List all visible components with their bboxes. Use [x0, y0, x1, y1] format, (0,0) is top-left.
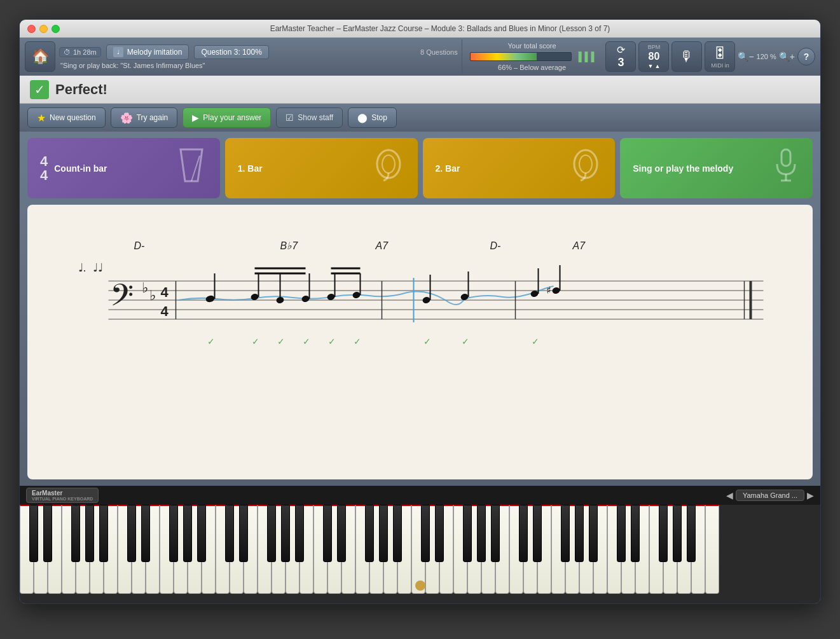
sing-card[interactable]: Sing or play the melody	[620, 138, 813, 198]
black-key-8[interactable]	[141, 505, 150, 562]
white-key-49[interactable]	[705, 505, 719, 594]
instrument-next-button[interactable]: ▶	[807, 490, 814, 500]
bpm-value: 80	[649, 51, 660, 62]
black-key-19[interactable]	[295, 505, 304, 562]
black-key-25[interactable]	[379, 505, 388, 562]
black-key-5[interactable]	[99, 505, 108, 562]
svg-text:✓: ✓	[277, 336, 285, 347]
instrument-name: Yamaha Grand ...	[736, 490, 804, 501]
midi-label: MIDI in	[711, 62, 729, 69]
midi-knob-icon: 🎛	[713, 45, 727, 62]
black-key-1[interactable]	[43, 505, 52, 562]
piano-header: EarMaster VIRTUAL PIANO KEYBOARD ◀ Yamah…	[20, 486, 820, 505]
ear-icon-1	[372, 146, 405, 191]
window-title: EarMaster Teacher – EarMaster Jazz Cours…	[67, 24, 813, 33]
zoom-out-icon[interactable]: 🔍−	[738, 52, 754, 62]
black-key-45[interactable]	[659, 505, 668, 562]
black-key-22[interactable]	[337, 505, 346, 562]
black-key-43[interactable]	[631, 505, 640, 562]
close-button[interactable]	[27, 25, 36, 33]
count-in-card[interactable]: 4 4 Count-in bar	[27, 138, 220, 198]
svg-text:♭: ♭	[149, 287, 156, 303]
score-bar-fill	[471, 53, 537, 60]
black-key-21[interactable]	[323, 505, 332, 562]
svg-point-22	[205, 294, 215, 303]
score-bar	[470, 52, 572, 61]
bar2-card[interactable]: 2. Bar	[423, 138, 616, 198]
logo-text: EarMaster	[32, 490, 62, 497]
show-staff-button[interactable]: ☑ Show staff	[276, 107, 343, 128]
bpm-down-icon[interactable]: ▼	[648, 63, 654, 69]
black-key-10[interactable]	[169, 505, 178, 562]
lesson-arrow-icon: ⟳	[617, 44, 625, 56]
bpm-up-icon[interactable]: ▲	[654, 63, 660, 69]
midi-button[interactable]: 🎛 MIDI in	[705, 41, 735, 72]
toolbar-right: ⟳ 3 BPM 80 ▼ ▲ 🎙 🎛 MIDI in	[605, 41, 815, 72]
stop-button[interactable]: ⬤ Stop	[348, 107, 397, 128]
score-bar-container: ▐▐▐	[470, 52, 595, 62]
try-again-button[interactable]: 🌸 Try again	[111, 107, 178, 128]
black-key-4[interactable]	[85, 505, 94, 562]
black-key-32[interactable]	[477, 505, 486, 562]
minimize-button[interactable]	[39, 25, 48, 33]
black-key-42[interactable]	[617, 505, 626, 562]
black-key-11[interactable]	[183, 505, 192, 562]
black-key-38[interactable]	[561, 505, 570, 562]
help-icon: ?	[804, 52, 809, 62]
fullscreen-button[interactable]	[52, 25, 60, 33]
black-key-33[interactable]	[491, 505, 500, 562]
black-key-0[interactable]	[29, 505, 38, 562]
title-bar: EarMaster Teacher – EarMaster Jazz Cours…	[20, 20, 820, 38]
home-button[interactable]: 🏠	[25, 41, 55, 72]
chart-icon: ▐▐▐	[575, 52, 595, 62]
black-key-3[interactable]	[71, 505, 80, 562]
sheet-music-svg: ♩. ♩♩ D- B♭7 A7 D- A7 𝄢 ♭ ♭	[40, 217, 800, 395]
black-key-18[interactable]	[281, 505, 290, 562]
black-key-31[interactable]	[463, 505, 472, 562]
svg-text:♩.: ♩.	[78, 261, 86, 274]
bar1-card[interactable]: 1. Bar	[225, 138, 418, 198]
bpm-arrows: ▼ ▲	[648, 63, 661, 69]
main-content: 4 4 Count-in bar 1. Bar	[20, 132, 820, 486]
new-question-label: New question	[50, 113, 96, 122]
lesson-info-row: ⏱ 1h 28m ♩ Melody imitation Question 3: …	[59, 45, 458, 60]
black-key-40[interactable]	[589, 505, 598, 562]
black-key-36[interactable]	[533, 505, 542, 562]
zoom-in-icon[interactable]: 🔍+	[779, 52, 795, 62]
svg-point-48	[551, 287, 560, 295]
microphone-button[interactable]: 🎙	[671, 41, 702, 72]
new-question-button[interactable]: ★ New question	[27, 107, 106, 128]
black-key-14[interactable]	[225, 505, 234, 562]
black-key-39[interactable]	[575, 505, 584, 562]
metronome-button[interactable]: BPM 80 ▼ ▲	[638, 41, 669, 72]
black-key-15[interactable]	[239, 505, 248, 562]
piano-section: EarMaster VIRTUAL PIANO KEYBOARD ◀ Yamah…	[20, 486, 820, 603]
svg-text:𝄢: 𝄢	[110, 278, 134, 320]
bar1-label: 1. Bar	[238, 163, 263, 174]
black-key-7[interactable]	[127, 505, 136, 562]
black-key-46[interactable]	[673, 505, 682, 562]
black-key-28[interactable]	[421, 505, 430, 562]
logo-subtext: VIRTUAL PIANO KEYBOARD	[32, 497, 93, 501]
black-key-12[interactable]	[197, 505, 206, 562]
timer-value: 1h 28m	[73, 48, 97, 56]
svg-rect-6	[781, 149, 790, 166]
black-key-26[interactable]	[393, 505, 402, 562]
play-answer-button[interactable]: ▶ Play your answer	[182, 107, 271, 128]
black-key-24[interactable]	[365, 505, 374, 562]
help-button[interactable]: ?	[797, 48, 815, 65]
black-key-47[interactable]	[687, 505, 696, 562]
play-icon: ▶	[192, 113, 199, 123]
svg-text:4: 4	[161, 303, 169, 319]
questions-count: 8 Questions	[420, 48, 458, 56]
piano-keys-container	[20, 505, 820, 603]
black-key-29[interactable]	[435, 505, 444, 562]
timer-icon: ⏱	[64, 48, 71, 56]
svg-point-32	[352, 291, 361, 299]
black-key-17[interactable]	[267, 505, 276, 562]
instrument-prev-button[interactable]: ◀	[726, 490, 733, 500]
play-answer-label: Play your answer	[203, 113, 261, 122]
black-key-35[interactable]	[519, 505, 528, 562]
star-icon: ★	[37, 112, 46, 124]
lesson-type-icon: ♩	[113, 47, 123, 57]
